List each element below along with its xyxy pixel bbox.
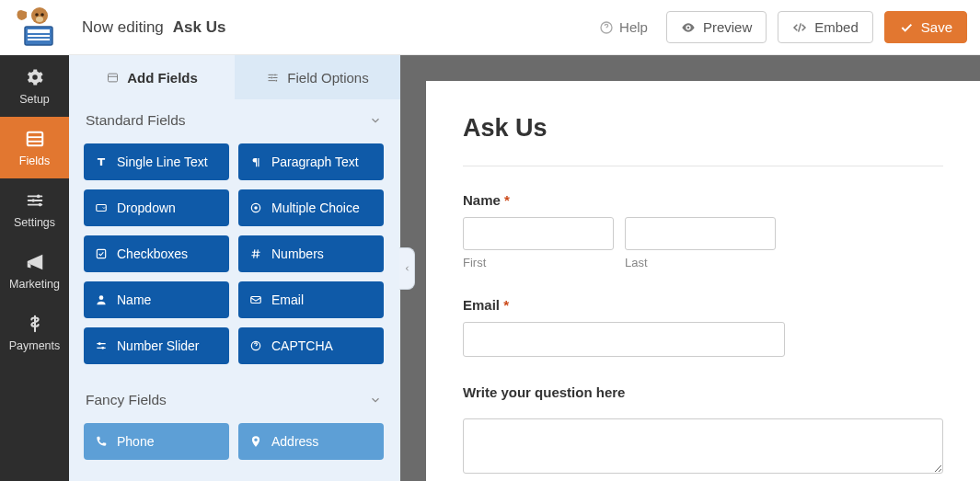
- email-input[interactable]: [463, 322, 785, 357]
- preview-label: Preview: [703, 19, 752, 35]
- form-canvas: Ask Us Name * First Last Email * Write y…: [426, 81, 980, 481]
- fields-panel: Add Fields Field Options Standard Fields…: [69, 55, 400, 481]
- first-name-input[interactable]: [463, 217, 614, 250]
- embed-button[interactable]: Embed: [778, 11, 873, 43]
- nav-marketing[interactable]: Marketing: [0, 240, 69, 302]
- svg-rect-16: [109, 74, 118, 82]
- svg-point-27: [98, 342, 101, 345]
- field-email[interactable]: Email: [238, 281, 384, 318]
- svg-point-15: [687, 26, 690, 29]
- svg-point-2: [40, 13, 44, 17]
- last-name-input[interactable]: [625, 217, 776, 250]
- svg-point-11: [36, 195, 40, 199]
- chevron-left-icon: [403, 262, 411, 275]
- first-name-sublabel: First: [463, 256, 614, 269]
- svg-point-1: [35, 13, 39, 17]
- field-paragraph-text[interactable]: Paragraph Text: [238, 143, 384, 180]
- field-numbers[interactable]: Numbers: [238, 235, 384, 272]
- nav-setup[interactable]: Setup: [0, 55, 69, 117]
- collapse-panel-button[interactable]: [399, 247, 415, 290]
- section-fancy-title: Fancy Fields: [86, 392, 167, 408]
- svg-rect-24: [97, 249, 105, 258]
- section-fancy-fields[interactable]: Fancy Fields: [69, 379, 398, 416]
- svg-point-12: [31, 199, 35, 202]
- field-phone[interactable]: Phone: [84, 423, 229, 460]
- help-label: Help: [619, 19, 648, 35]
- field-multiple-choice[interactable]: Multiple Choice: [238, 189, 384, 226]
- help-button[interactable]: Help: [599, 19, 648, 35]
- form-title: Ask Us: [463, 114, 943, 143]
- svg-point-20: [276, 79, 278, 81]
- form-name: Ask Us: [173, 18, 226, 37]
- divider: [463, 166, 943, 166]
- question-textarea[interactable]: [463, 418, 943, 474]
- nav-settings-label: Settings: [14, 216, 55, 229]
- svg-point-23: [254, 206, 258, 210]
- name-label: Name *: [463, 192, 943, 208]
- section-standard-title: Standard Fields: [86, 112, 186, 129]
- svg-rect-8: [27, 132, 42, 146]
- tab-field-options-label: Field Options: [287, 70, 368, 86]
- field-captcha[interactable]: CAPTCHA: [238, 327, 384, 364]
- field-number-slider[interactable]: Number Slider: [84, 327, 229, 364]
- chevron-down-icon: [369, 394, 382, 407]
- svg-point-28: [101, 347, 104, 349]
- now-editing-label: Now editing: [82, 18, 164, 37]
- question-label: Write your question here: [463, 384, 943, 400]
- preview-button[interactable]: Preview: [666, 11, 767, 43]
- svg-point-13: [38, 203, 41, 207]
- svg-rect-6: [28, 35, 50, 37]
- embed-label: Embed: [814, 19, 859, 35]
- field-name[interactable]: Name: [84, 281, 229, 318]
- nav-fields[interactable]: Fields: [0, 117, 69, 178]
- svg-rect-5: [28, 29, 50, 33]
- svg-point-18: [274, 74, 276, 75]
- logo: [0, 0, 69, 55]
- nav-marketing-label: Marketing: [9, 278, 60, 291]
- save-label: Save: [921, 19, 952, 35]
- svg-point-19: [271, 76, 273, 78]
- nav-payments[interactable]: Payments: [0, 302, 69, 363]
- tab-add-fields-label: Add Fields: [127, 70, 198, 86]
- sidebar: Setup Fields Settings Marketing Payments: [0, 0, 69, 481]
- save-button[interactable]: Save: [884, 11, 967, 43]
- last-name-sublabel: Last: [625, 256, 776, 269]
- field-checkboxes[interactable]: Checkboxes: [84, 235, 229, 272]
- nav-payments-label: Payments: [9, 339, 61, 352]
- tab-field-options[interactable]: Field Options: [235, 55, 400, 99]
- nav-setup-label: Setup: [19, 93, 50, 106]
- nav-settings[interactable]: Settings: [0, 178, 69, 240]
- svg-rect-7: [28, 39, 50, 40]
- field-single-line-text[interactable]: Single Line Text: [84, 143, 229, 180]
- section-standard-fields[interactable]: Standard Fields: [69, 99, 398, 136]
- field-dropdown[interactable]: Dropdown: [84, 189, 229, 226]
- svg-point-25: [99, 295, 104, 300]
- panel-scroll[interactable]: Standard Fields Single Line Text Paragra…: [69, 99, 400, 481]
- email-label: Email *: [463, 297, 943, 313]
- canvas-area: Ask Us Name * First Last Email * Write y…: [400, 55, 980, 481]
- tab-add-fields[interactable]: Add Fields: [69, 55, 235, 99]
- svg-point-3: [36, 17, 43, 22]
- svg-rect-26: [251, 297, 261, 303]
- field-address[interactable]: Address: [238, 423, 384, 460]
- nav-fields-label: Fields: [19, 155, 50, 167]
- header: Now editing Ask Us Help Preview Embed Sa…: [69, 0, 980, 55]
- chevron-down-icon: [369, 114, 382, 127]
